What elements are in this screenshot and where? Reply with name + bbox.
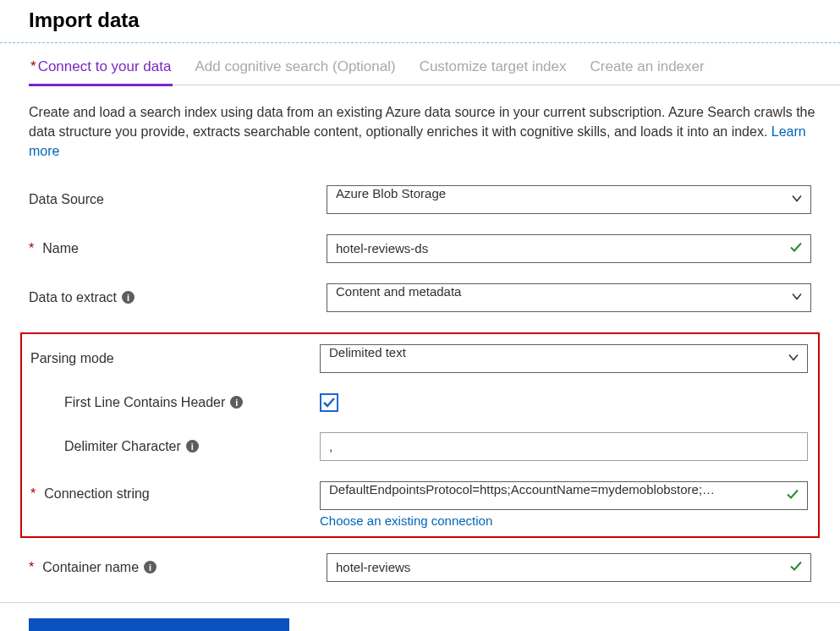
highlighted-region: Parsing mode Delimited text First Line C… (20, 332, 820, 538)
next-button[interactable]: Next: Add cognitive search (Optional) (29, 618, 289, 631)
tab-customize-index[interactable]: Customize target index (418, 55, 568, 86)
tab-label: Connect to your data (38, 58, 172, 74)
divider-dashed (0, 42, 840, 43)
tab-cognitive-search[interactable]: Add cognitive search (Optional) (193, 55, 397, 86)
data-source-value: Azure Blob Storage (327, 185, 811, 214)
intro-body: Create and load a search index using dat… (29, 105, 815, 139)
check-icon (789, 240, 803, 256)
label-name: Name (42, 241, 79, 256)
required-indicator: * (29, 241, 34, 256)
tab-connect-data[interactable]: *Connect to your data (29, 55, 173, 86)
first-line-header-checkbox[interactable] (320, 393, 338, 412)
label-container-name: Container name (42, 560, 139, 575)
label-first-line-header: First Line Contains Header (64, 395, 225, 410)
check-icon (789, 559, 803, 575)
info-icon[interactable]: i (186, 440, 199, 453)
info-icon[interactable]: i (122, 291, 135, 304)
label-data-source: Data Source (29, 192, 327, 207)
delimiter-input[interactable] (320, 432, 808, 461)
container-name-input[interactable] (327, 553, 811, 582)
label-delimiter: Delimiter Character (64, 439, 181, 454)
data-to-extract-value: Content and metadata (327, 283, 811, 312)
tab-create-indexer[interactable]: Create an indexer (589, 55, 706, 86)
parsing-mode-value: Delimited text (320, 344, 808, 373)
intro-text: Create and load a search index using dat… (29, 102, 840, 162)
divider (0, 602, 840, 603)
name-input[interactable] (327, 234, 811, 263)
label-parsing-mode: Parsing mode (30, 351, 320, 366)
parsing-mode-select[interactable]: Delimited text (320, 344, 808, 373)
page-title: Import data (0, 0, 840, 42)
data-source-select[interactable]: Azure Blob Storage (327, 185, 811, 214)
required-indicator: * (30, 58, 36, 74)
check-icon (786, 487, 799, 503)
choose-existing-connection-link[interactable]: Choose an existing connection (320, 513, 492, 528)
info-icon[interactable]: i (230, 396, 243, 409)
data-to-extract-select[interactable]: Content and metadata (327, 283, 811, 312)
required-indicator: * (29, 560, 34, 575)
label-data-to-extract: Data to extract (29, 290, 117, 305)
connection-string-input[interactable]: DefaultEndpointsProtocol=https;AccountNa… (320, 481, 808, 510)
info-icon[interactable]: i (144, 561, 156, 573)
label-connection-string: Connection string (44, 486, 150, 502)
wizard-tabs: *Connect to your data Add cognitive sear… (29, 55, 840, 85)
required-indicator: * (30, 486, 36, 502)
